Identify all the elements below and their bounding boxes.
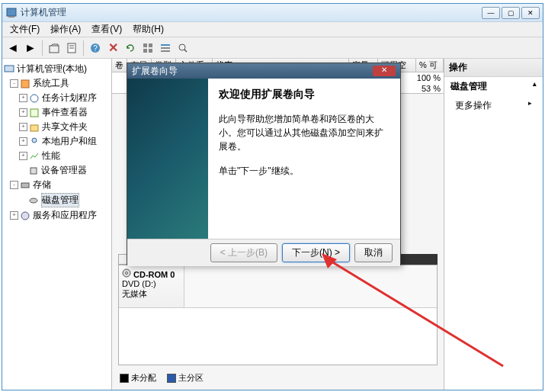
refresh-icon[interactable] bbox=[123, 40, 138, 56]
svg-point-15 bbox=[179, 44, 185, 50]
legend-primary-swatch bbox=[167, 374, 176, 383]
services-icon bbox=[20, 210, 30, 221]
extend-volume-wizard-dialog: 扩展卷向导 ✕ 欢迎使用扩展卷向导 此向导帮助您增加简单卷和跨区卷的大小。您可以… bbox=[127, 63, 401, 265]
row-pct: 100 % bbox=[413, 72, 444, 83]
col-volume[interactable]: 卷 bbox=[112, 59, 127, 72]
svg-rect-11 bbox=[149, 49, 152, 53]
expander-icon[interactable]: + bbox=[19, 94, 27, 102]
cdrom-icon bbox=[122, 268, 131, 278]
users-icon bbox=[29, 137, 40, 147]
menu-action[interactable]: 操作(A) bbox=[46, 22, 85, 37]
computer-icon bbox=[4, 64, 14, 75]
actions-pane: 操作 磁盘管理▴ 更多操作▸ bbox=[444, 59, 543, 390]
expander-icon[interactable]: + bbox=[10, 211, 18, 220]
actions-more[interactable]: 更多操作▸ bbox=[444, 96, 543, 115]
tree-event-viewer[interactable]: +事件查看器 bbox=[4, 105, 110, 120]
tree-device-manager[interactable]: 设备管理器 bbox=[4, 163, 110, 178]
svg-rect-1 bbox=[8, 16, 14, 18]
tree-root[interactable]: 计算机管理(本地) bbox=[4, 62, 110, 76]
titlebar: 计算机管理 — ▢ ✕ bbox=[2, 4, 543, 22]
dialog-titlebar: 扩展卷向导 ✕ bbox=[127, 63, 400, 79]
up-icon[interactable] bbox=[46, 40, 62, 56]
close-button[interactable]: ✕ bbox=[521, 7, 540, 19]
dialog-text-2: 单击"下一步"继续。 bbox=[219, 164, 390, 178]
svg-rect-12 bbox=[161, 44, 170, 46]
next-button[interactable]: 下一步(N) > bbox=[282, 243, 350, 262]
maximize-button[interactable]: ▢ bbox=[502, 7, 520, 19]
svg-rect-0 bbox=[7, 8, 16, 16]
dialog-heading: 欢迎使用扩展卷向导 bbox=[219, 88, 390, 101]
svg-rect-14 bbox=[161, 50, 170, 52]
folder-icon bbox=[29, 122, 40, 133]
tree-system-tools[interactable]: - 系统工具 bbox=[4, 76, 110, 91]
back-icon[interactable]: ◄ bbox=[5, 40, 21, 56]
app-icon bbox=[5, 7, 18, 19]
minimize-button[interactable]: — bbox=[482, 7, 500, 19]
svg-rect-8 bbox=[143, 43, 147, 47]
dialog-text-1: 此向导帮助您增加简单卷和跨区卷的大小。您可以通过从其他磁盘添加空间来扩展卷。 bbox=[219, 112, 390, 153]
dialog-content: 欢迎使用扩展卷向导 此向导帮助您增加简单卷和跨区卷的大小。您可以通过从其他磁盘添… bbox=[208, 79, 400, 239]
legend: 未分配 主分区 bbox=[120, 372, 204, 384]
delete-icon[interactable]: ✕ bbox=[105, 40, 120, 56]
svg-point-26 bbox=[21, 212, 29, 220]
tree-task-scheduler[interactable]: +任务计划程序 bbox=[4, 91, 110, 105]
svg-rect-17 bbox=[5, 66, 14, 72]
tree-performance[interactable]: +性能 bbox=[4, 149, 110, 163]
menu-help[interactable]: 帮助(H) bbox=[128, 22, 168, 37]
dialog-title: 扩展卷向导 bbox=[132, 65, 178, 78]
svg-rect-2 bbox=[50, 46, 59, 53]
svg-rect-13 bbox=[161, 47, 170, 49]
svg-rect-21 bbox=[30, 125, 38, 131]
forward-icon[interactable]: ► bbox=[23, 40, 38, 56]
chevron-up-icon[interactable]: ▴ bbox=[533, 80, 537, 88]
expander-icon[interactable]: + bbox=[19, 108, 27, 117]
dialog-banner bbox=[127, 79, 208, 239]
menu-view[interactable]: 查看(V) bbox=[87, 22, 127, 37]
col-pct[interactable]: % 可 bbox=[416, 59, 444, 72]
svg-point-22 bbox=[32, 138, 37, 143]
dialog-buttons: < 上一步(B) 下一步(N) > 取消 bbox=[127, 239, 400, 266]
search-icon[interactable] bbox=[175, 40, 191, 56]
legend-unalloc-swatch bbox=[120, 374, 129, 383]
chevron-right-icon: ▸ bbox=[528, 99, 532, 107]
expander-icon[interactable]: + bbox=[19, 123, 27, 131]
tree-shared-folders[interactable]: +共享文件夹 bbox=[4, 120, 110, 134]
menubar: 文件(F) 操作(A) 查看(V) 帮助(H) bbox=[2, 22, 543, 37]
help-icon[interactable]: ? bbox=[88, 40, 103, 56]
cancel-button[interactable]: 取消 bbox=[354, 243, 393, 262]
svg-rect-20 bbox=[30, 109, 38, 117]
tree-pane: 计算机管理(本地) - 系统工具 +任务计划程序 +事件查看器 +共享文件夹 +… bbox=[2, 59, 112, 390]
svg-text:?: ? bbox=[93, 44, 98, 53]
menu-file[interactable]: 文件(F) bbox=[5, 22, 44, 37]
tree-services-apps[interactable]: +服务和应用程序 bbox=[4, 208, 110, 223]
back-button: < 上一步(B) bbox=[210, 243, 277, 262]
tree-local-users[interactable]: +本地用户和组 bbox=[4, 134, 110, 149]
tools-icon bbox=[20, 79, 30, 89]
svg-point-19 bbox=[30, 95, 38, 102]
row-pct: 53 % bbox=[413, 83, 444, 94]
tree-disk-management[interactable]: 磁盘管理 bbox=[4, 192, 110, 208]
tree-storage[interactable]: -存储 bbox=[4, 178, 110, 192]
svg-rect-18 bbox=[21, 80, 29, 88]
svg-point-25 bbox=[30, 198, 37, 203]
expander-icon[interactable]: + bbox=[19, 137, 27, 146]
event-icon bbox=[29, 108, 40, 118]
window-title: 计算机管理 bbox=[21, 6, 482, 19]
storage-icon bbox=[20, 180, 30, 191]
expander-icon[interactable]: - bbox=[10, 79, 18, 88]
clock-icon bbox=[29, 93, 40, 104]
actions-header: 操作 bbox=[444, 59, 543, 77]
device-icon bbox=[28, 165, 39, 176]
disk-icon bbox=[28, 195, 39, 206]
perf-icon bbox=[29, 151, 40, 162]
list-icon[interactable] bbox=[158, 40, 173, 56]
properties-icon[interactable] bbox=[64, 40, 79, 56]
expander-icon[interactable]: - bbox=[10, 181, 18, 189]
dialog-close-button[interactable]: ✕ bbox=[373, 66, 396, 76]
svg-rect-23 bbox=[30, 168, 37, 174]
svg-rect-24 bbox=[21, 183, 29, 188]
cdrom-row[interactable]: CD-ROM 0 DVD (D:) 无媒体 bbox=[119, 265, 437, 308]
actions-group: 磁盘管理▴ bbox=[444, 77, 543, 96]
grid-icon[interactable] bbox=[140, 40, 155, 56]
expander-icon[interactable]: + bbox=[19, 152, 27, 160]
